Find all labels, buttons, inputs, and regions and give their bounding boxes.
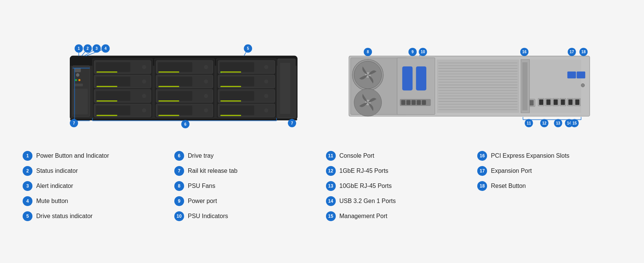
legend-item: 7Rail kit release tab	[174, 166, 318, 176]
svg-rect-38	[158, 106, 192, 115]
svg-point-36	[204, 94, 208, 98]
svg-text:12: 12	[542, 121, 547, 125]
svg-point-5	[76, 73, 79, 77]
back-diagram: 8 9 10 11 12	[334, 11, 605, 128]
legend-badge: 7	[174, 166, 184, 176]
svg-point-30	[204, 65, 208, 69]
svg-rect-47	[220, 62, 254, 72]
diagrams-row: 1 2 3 4 5 6	[23, 11, 621, 128]
legend-text: 1GbE RJ-45 Ports	[340, 168, 389, 174]
legend-text: USB 3.2 Gen 1 Ports	[340, 198, 396, 205]
svg-point-13	[142, 65, 146, 69]
legend-badge: 18	[477, 181, 487, 191]
svg-rect-110	[417, 100, 421, 105]
svg-rect-51	[220, 77, 254, 86]
svg-rect-15	[96, 77, 130, 86]
svg-rect-135	[539, 99, 543, 105]
legend-text: Reset Button	[491, 183, 526, 189]
svg-point-39	[204, 108, 208, 112]
legend-text: 10GbE RJ-45 Ports	[340, 183, 392, 189]
svg-text:11: 11	[527, 121, 531, 125]
legend-badge: 10	[174, 211, 184, 221]
legend-text: Status indicator	[36, 168, 78, 174]
legend-badge: 8	[174, 181, 184, 191]
legend-item: 16PCI Express Expansion Slots	[477, 151, 621, 161]
svg-text:7: 7	[73, 121, 75, 125]
legend-badge: 14	[326, 196, 336, 206]
svg-rect-146	[567, 72, 576, 78]
svg-rect-141	[561, 99, 565, 105]
svg-rect-23	[97, 72, 117, 73]
svg-rect-43	[158, 100, 179, 102]
svg-point-19	[142, 94, 146, 98]
legend-text: Drive tray	[188, 152, 214, 159]
legend-item: 121GbE RJ-45 Ports	[326, 166, 470, 176]
legend-badge: 9	[174, 196, 184, 206]
legend-badge: 11	[326, 151, 336, 161]
svg-rect-143	[568, 99, 572, 105]
svg-rect-29	[158, 62, 192, 72]
svg-point-33	[204, 80, 208, 84]
legend-text: Alert indicator	[36, 183, 73, 189]
svg-text:2: 2	[86, 46, 89, 51]
legend-badge: 15	[326, 211, 336, 221]
svg-rect-104	[402, 66, 412, 91]
svg-rect-18	[96, 91, 130, 101]
legend-item: 10PSU Indicators	[174, 211, 318, 221]
svg-rect-107	[401, 100, 405, 105]
svg-text:16: 16	[522, 50, 527, 54]
svg-rect-42	[158, 86, 179, 87]
svg-rect-24	[97, 86, 117, 87]
svg-rect-61	[220, 100, 241, 102]
svg-text:5: 5	[247, 46, 249, 51]
legend-badge: 3	[23, 181, 32, 191]
legend-column-3: 11Console Port121GbE RJ-45 Ports1310GbE …	[326, 151, 470, 221]
legend-text: Expansion Port	[491, 168, 532, 174]
svg-rect-145	[575, 99, 579, 105]
svg-rect-8	[74, 83, 83, 86]
svg-rect-54	[220, 91, 254, 101]
front-panel-svg: 1 2 3 4 5 6	[39, 11, 311, 128]
legend-badge: 1	[23, 151, 32, 161]
legend-column-4: 16PCI Express Expansion Slots17Expansion…	[477, 151, 621, 221]
legend-column-1: 1Power Button and Indicator2Status indic…	[23, 151, 167, 221]
legend-item: 14USB 3.2 Gen 1 Ports	[326, 196, 470, 206]
svg-point-52	[264, 80, 268, 84]
legend-text: Power Button and Indicator	[36, 152, 109, 159]
legend-badge: 5	[23, 211, 32, 221]
svg-text:13: 13	[556, 121, 560, 125]
svg-text:1: 1	[77, 46, 80, 51]
svg-rect-32	[158, 77, 192, 86]
legend-item: 5Drive status indicator	[23, 211, 167, 221]
legend-badge: 16	[477, 151, 487, 161]
svg-rect-65	[70, 118, 297, 120]
legend-item: 9Power port	[174, 196, 318, 206]
legend-badge: 13	[326, 181, 336, 191]
svg-point-16	[142, 80, 146, 84]
legend-item: 8PSU Fans	[174, 181, 318, 191]
svg-text:4: 4	[105, 46, 107, 51]
svg-text:17: 17	[570, 50, 574, 54]
svg-text:9: 9	[411, 50, 413, 54]
legend-item: 3Alert indicator	[23, 181, 167, 191]
svg-rect-26	[97, 115, 117, 116]
legend-text: Power port	[188, 198, 217, 205]
legend-text: PSU Fans	[188, 183, 215, 189]
svg-rect-41	[158, 72, 179, 73]
svg-rect-139	[553, 99, 558, 105]
legend-item: 4Mute button	[23, 196, 167, 206]
svg-rect-105	[416, 66, 426, 91]
svg-text:6: 6	[184, 122, 186, 126]
svg-rect-4	[74, 68, 80, 72]
svg-text:18: 18	[581, 50, 586, 54]
svg-rect-111	[422, 100, 426, 105]
legend-item: 17Expansion Port	[477, 166, 621, 176]
legend-item: 1Power Button and Indicator	[23, 151, 167, 161]
svg-point-55	[264, 94, 268, 98]
svg-rect-62	[220, 115, 241, 116]
svg-rect-44	[158, 115, 179, 116]
svg-rect-108	[406, 100, 410, 105]
svg-rect-60	[220, 86, 241, 87]
svg-rect-150	[522, 62, 527, 111]
legend-column-2: 6Drive tray7Rail kit release tab8PSU Fan…	[174, 151, 318, 221]
